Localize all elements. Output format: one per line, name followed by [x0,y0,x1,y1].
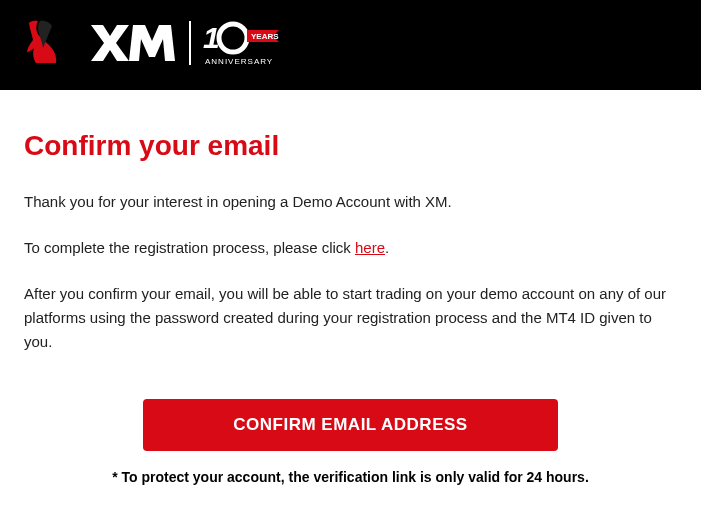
anniversary-badge-icon: 1 YEARS ANNIVERSARY [203,18,281,72]
svg-text:YEARS: YEARS [251,32,279,41]
confirm-email-button[interactable]: CONFIRM EMAIL ADDRESS [143,399,557,451]
button-wrap: CONFIRM EMAIL ADDRESS [24,399,677,451]
here-link[interactable]: here [355,239,385,256]
bull-logo-icon [24,18,79,72]
email-content: Confirm your email Thank you for your in… [0,90,701,505]
logo-group: 1 YEARS ANNIVERSARY [24,18,281,72]
page-title: Confirm your email [24,130,677,162]
after-confirm-paragraph: After you confirm your email, you will b… [24,282,677,354]
disclaimer-text: * To protect your account, the verificat… [24,469,677,485]
svg-rect-0 [189,21,191,65]
click-here-prefix: To complete the registration process, pl… [24,239,355,256]
click-here-suffix: . [385,239,389,256]
svg-text:ANNIVERSARY: ANNIVERSARY [205,57,273,66]
header-bar: 1 YEARS ANNIVERSARY [0,0,701,90]
svg-point-2 [219,24,247,52]
divider-icon [187,19,193,71]
intro-paragraph: Thank you for your interest in opening a… [24,190,677,214]
xm-wordmark-icon [89,21,177,69]
click-here-paragraph: To complete the registration process, pl… [24,236,677,260]
